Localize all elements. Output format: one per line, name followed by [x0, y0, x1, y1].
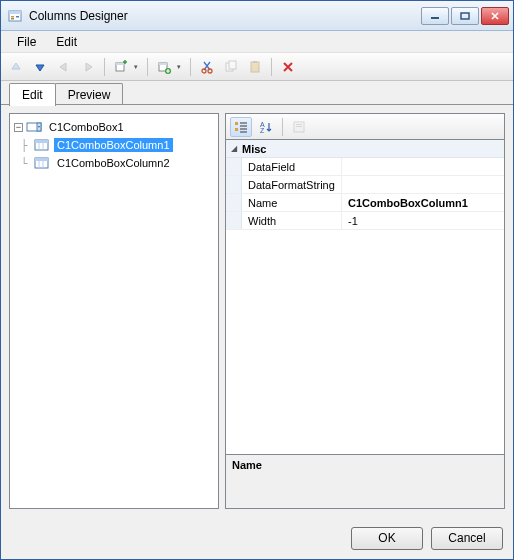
property-value[interactable]: C1ComboBoxColumn1: [342, 194, 504, 211]
menu-file[interactable]: File: [7, 32, 46, 52]
svg-rect-29: [235, 128, 238, 131]
property-grid[interactable]: ◢ Misc DataField DataFormatString Name C…: [225, 139, 505, 455]
property-row[interactable]: DataFormatString: [226, 176, 504, 194]
alphabetical-button[interactable]: A Z: [255, 117, 277, 137]
insert-button[interactable]: [110, 56, 142, 78]
property-panel: A Z ◢ Misc DataField: [225, 113, 505, 509]
column-icon: [34, 156, 50, 170]
svg-text:Z: Z: [260, 127, 265, 134]
delete-button[interactable]: [277, 56, 299, 78]
svg-rect-8: [116, 63, 124, 65]
property-key: Name: [242, 194, 342, 211]
property-value[interactable]: [342, 158, 504, 175]
svg-rect-25: [35, 158, 48, 161]
property-value[interactable]: -1: [342, 212, 504, 229]
description-panel: Name: [225, 455, 505, 509]
category-label: Misc: [242, 143, 266, 155]
tabstrip: Edit Preview: [1, 81, 513, 105]
menu-edit[interactable]: Edit: [46, 32, 87, 52]
svg-rect-2: [11, 16, 14, 18]
svg-rect-5: [431, 17, 439, 19]
property-toolbar: A Z: [225, 113, 505, 139]
ok-button[interactable]: OK: [351, 527, 423, 550]
toolbar-separator: [104, 58, 105, 76]
tree-panel[interactable]: − C1ComboBox1 ├ C1ComboBoxColumn1 └: [9, 113, 219, 509]
move-right-button[interactable]: [77, 56, 99, 78]
combobox-icon: [26, 120, 42, 134]
tab-edit[interactable]: Edit: [9, 83, 56, 106]
svg-rect-16: [251, 62, 259, 72]
menubar: File Edit: [1, 31, 513, 53]
tab-preview[interactable]: Preview: [55, 83, 124, 105]
tree-root[interactable]: − C1ComboBox1: [12, 118, 216, 136]
svg-point-12: [202, 69, 206, 73]
maximize-button[interactable]: [451, 7, 479, 25]
close-button[interactable]: [481, 7, 509, 25]
svg-rect-17: [253, 61, 257, 63]
app-icon: [7, 8, 23, 24]
move-down-button[interactable]: [29, 56, 51, 78]
paste-button[interactable]: [244, 56, 266, 78]
property-key: DataFormatString: [242, 176, 342, 193]
add-button[interactable]: [153, 56, 185, 78]
cut-button[interactable]: [196, 56, 218, 78]
window-buttons: [419, 7, 509, 25]
property-pages-button[interactable]: [288, 117, 310, 137]
collapse-icon[interactable]: ◢: [226, 144, 242, 153]
collapse-icon[interactable]: −: [14, 123, 23, 132]
svg-rect-1: [9, 11, 21, 14]
tree-child[interactable]: ├ C1ComboBoxColumn1: [12, 136, 216, 154]
tree-root-label: C1ComboBox1: [46, 120, 127, 134]
tree-line-icon: ├: [14, 136, 34, 154]
toolbar: [1, 53, 513, 81]
svg-rect-10: [159, 63, 167, 65]
property-row[interactable]: DataField: [226, 158, 504, 176]
tree-child[interactable]: └ C1ComboBoxColumn2: [12, 154, 216, 172]
svg-rect-6: [461, 13, 469, 19]
toolbar-separator: [147, 58, 148, 76]
window: Columns Designer File Edit: [0, 0, 514, 560]
property-key: Width: [242, 212, 342, 229]
toolbar-separator: [190, 58, 191, 76]
svg-rect-38: [296, 126, 302, 127]
cancel-button[interactable]: Cancel: [431, 527, 503, 550]
categorized-button[interactable]: [230, 117, 252, 137]
property-category[interactable]: ◢ Misc: [226, 140, 504, 158]
column-icon: [34, 138, 50, 152]
svg-rect-28: [235, 122, 238, 125]
svg-rect-37: [296, 124, 302, 125]
minimize-button[interactable]: [421, 7, 449, 25]
svg-rect-4: [16, 16, 19, 18]
toolbar-separator: [271, 58, 272, 76]
svg-rect-15: [229, 61, 236, 69]
window-title: Columns Designer: [29, 9, 419, 23]
toolbar-separator: [282, 118, 283, 136]
description-title: Name: [232, 459, 498, 471]
property-row[interactable]: Name C1ComboBoxColumn1: [226, 194, 504, 212]
copy-button[interactable]: [220, 56, 242, 78]
property-row[interactable]: Width -1: [226, 212, 504, 230]
tree-child-label: C1ComboBoxColumn1: [54, 138, 173, 152]
svg-rect-21: [35, 140, 48, 143]
property-value[interactable]: [342, 176, 504, 193]
move-left-button[interactable]: [53, 56, 75, 78]
svg-rect-3: [11, 18, 14, 20]
move-up-button[interactable]: [5, 56, 27, 78]
dialog-buttons: OK Cancel: [1, 517, 513, 559]
titlebar: Columns Designer: [1, 1, 513, 31]
property-key: DataField: [242, 158, 342, 175]
svg-point-13: [208, 69, 212, 73]
tree-line-icon: └: [14, 154, 34, 172]
tree-child-label: C1ComboBoxColumn2: [54, 156, 173, 170]
content-area: − C1ComboBox1 ├ C1ComboBoxColumn1 └: [1, 105, 513, 517]
